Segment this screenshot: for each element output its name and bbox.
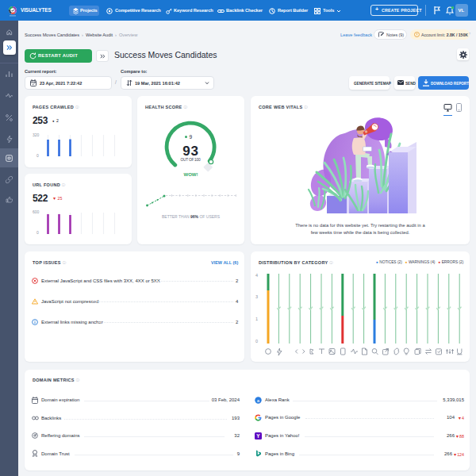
svg-text:93: 93 [182,144,198,159]
svg-text:OUT OF 100: OUT OF 100 [181,158,201,162]
svg-text:9: 9 [190,134,193,140]
svg-text:Y: Y [256,433,260,439]
